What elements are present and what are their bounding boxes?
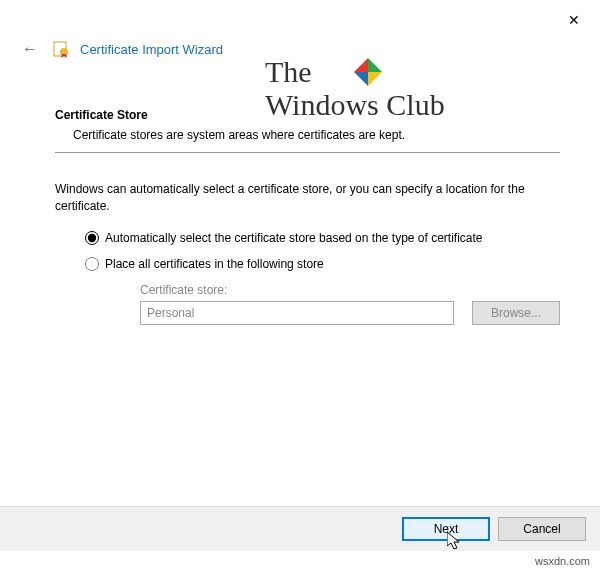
wizard-title: Certificate Import Wizard: [80, 42, 223, 57]
close-button[interactable]: ✕: [560, 8, 588, 32]
section-title: Certificate Store: [55, 108, 560, 122]
section-description: Certificate stores are system areas wher…: [73, 128, 560, 142]
back-arrow-icon[interactable]: ←: [18, 38, 42, 60]
store-field-label: Certificate store:: [140, 283, 560, 297]
next-button[interactable]: Next: [402, 517, 490, 541]
watermark-kite-icon: [352, 56, 384, 88]
svg-marker-4: [354, 72, 368, 86]
store-section: Certificate store: Browse...: [140, 283, 560, 325]
browse-button: Browse...: [472, 301, 560, 325]
radio-auto-row[interactable]: Automatically select the certificate sto…: [85, 231, 560, 245]
store-input: [140, 301, 454, 325]
svg-marker-5: [368, 72, 382, 86]
attribution-text: wsxdn.com: [535, 555, 590, 567]
radio-manual[interactable]: [85, 257, 99, 271]
radio-manual-label: Place all certificates in the following …: [105, 257, 324, 271]
radio-auto-label: Automatically select the certificate sto…: [105, 231, 483, 245]
wizard-content: Certificate Store Certificate stores are…: [0, 108, 600, 325]
store-radio-group: Automatically select the certificate sto…: [85, 231, 560, 325]
certificate-icon: [52, 40, 70, 58]
radio-manual-row[interactable]: Place all certificates in the following …: [85, 257, 560, 271]
svg-marker-2: [368, 58, 382, 72]
cancel-button[interactable]: Cancel: [498, 517, 586, 541]
instruction-text: Windows can automatically select a certi…: [55, 181, 560, 215]
watermark-text-1: The: [265, 55, 312, 88]
divider: [55, 152, 560, 153]
wizard-footer: Next Cancel: [0, 506, 600, 551]
svg-marker-3: [354, 58, 368, 72]
radio-auto[interactable]: [85, 231, 99, 245]
